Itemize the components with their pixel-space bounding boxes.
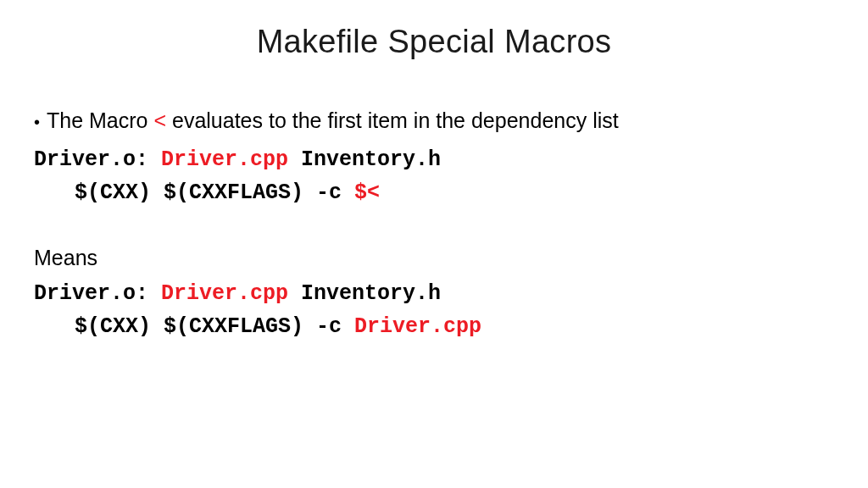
bullet-item: • The Macro < evaluates to the first ite… bbox=[34, 104, 834, 137]
code-rest-deps: Inventory.h bbox=[288, 147, 441, 172]
code-target: Driver.o: bbox=[34, 147, 161, 172]
code-expanded: Driver.cpp bbox=[354, 314, 481, 339]
code-target-2: Driver.o: bbox=[34, 281, 161, 306]
code-rest-deps-2: Inventory.h bbox=[288, 281, 441, 306]
slide-content: • The Macro < evaluates to the first ite… bbox=[34, 104, 834, 344]
bullet-text: The Macro < evaluates to the first item … bbox=[47, 104, 619, 137]
code-compile: $(CXX) $(CXXFLAGS) -c bbox=[75, 180, 354, 205]
code-line-1b: $(CXX) $(CXXFLAGS) -c $< bbox=[75, 177, 834, 210]
slide-title: Makefile Special Macros bbox=[34, 24, 834, 60]
code-line-1a: Driver.o: Driver.cpp Inventory.h bbox=[34, 144, 834, 177]
bullet-post: evaluates to the first item in the depen… bbox=[166, 108, 619, 132]
bullet-marker: • bbox=[34, 110, 40, 134]
means-label: Means bbox=[34, 241, 834, 274]
code-first-dep: Driver.cpp bbox=[161, 147, 288, 172]
bullet-pre: The Macro bbox=[47, 108, 153, 132]
code-first-dep-2: Driver.cpp bbox=[161, 281, 288, 306]
code-macro-use: $< bbox=[354, 180, 380, 205]
macro-symbol: < bbox=[153, 108, 166, 132]
code-compile-2: $(CXX) $(CXXFLAGS) -c bbox=[75, 314, 354, 339]
code-line-2b: $(CXX) $(CXXFLAGS) -c Driver.cpp bbox=[75, 311, 834, 344]
code-line-2a: Driver.o: Driver.cpp Inventory.h bbox=[34, 278, 834, 311]
